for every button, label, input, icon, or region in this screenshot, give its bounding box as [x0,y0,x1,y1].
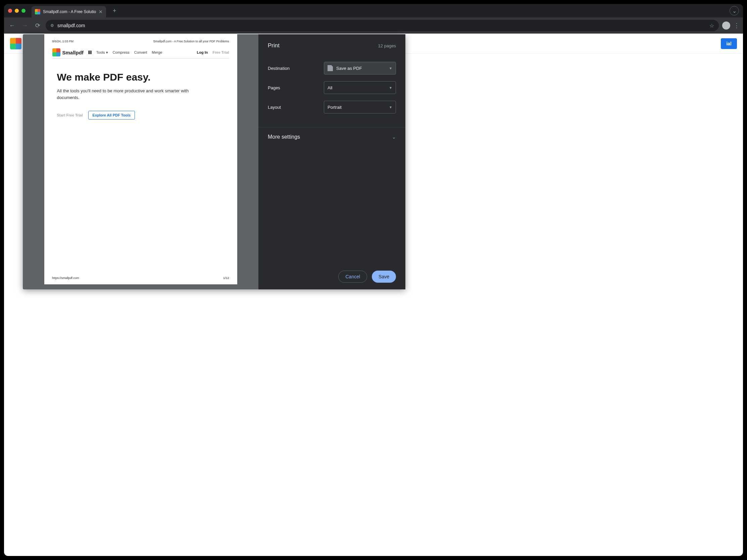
preview-nav-merge: Merge [152,50,162,54]
more-settings-label: More settings [268,134,300,140]
print-settings-pane: Print 12 pages Destination Save as PDF ▼… [258,34,405,289]
chevron-down-icon: ▼ [389,105,392,109]
reload-button[interactable]: ⟳ [33,22,42,29]
preview-nav-convert: Convert [134,50,147,54]
cancel-button[interactable]: Cancel [338,271,367,283]
document-icon [328,65,333,71]
preview-sub: All the tools you'll need to be more pro… [57,87,205,101]
print-row-pages: Pages All ▼ [268,81,396,94]
chevron-down-icon: ⌄ [392,134,396,140]
bg-logo-icon [10,38,22,49]
save-button[interactable]: Save [372,271,396,283]
print-page-count: 12 pages [378,43,396,48]
preview-footer-page: 1/12 [223,276,229,280]
preview-cta-explore: Explore All PDF Tools [88,111,135,120]
destination-select[interactable]: Save as PDF ▼ [324,62,396,75]
browser-toolbar: ← → ⟳ ⚙ smallpdf.com ☆ ⋮ [4,18,427,33]
print-preview-pane: 8/6/24, 1:03 PM Smallpdf.com - A Free So… [23,34,258,289]
preview-page: 8/6/24, 1:03 PM Smallpdf.com - A Free So… [44,34,237,284]
preview-header-title: Smallpdf.com - A Free Solution to all yo… [153,40,229,43]
preview-logo-icon [52,48,60,56]
preview-nav-login: Log In [197,50,208,54]
layout-select[interactable]: Portrait ▼ [324,101,396,113]
window-controls [8,9,26,13]
pages-select[interactable]: All ▼ [324,81,396,94]
print-row-destination: Destination Save as PDF ▼ [268,62,396,75]
chevron-down-icon: ▼ [389,86,392,90]
preview-footer-url: https://smallpdf.com [52,276,79,280]
layout-label: Layout [268,105,281,110]
preview-h1: We make PDF easy. [57,72,225,83]
forward-button[interactable]: → [20,22,29,29]
preview-nav-compress: Compress [113,50,130,54]
tab-title: Smallpdf.com - A Free Solutio [43,9,96,14]
titlebar: Smallpdf.com - A Free Solutio ✕ + ⌄ [4,4,427,18]
preview-timestamp: 8/6/24, 1:03 PM [52,40,74,43]
site-settings-icon[interactable]: ⚙ [50,23,54,28]
apps-icon [88,51,92,54]
preview-nav: Smallpdf Tools ▾ Compress Convert Merge … [52,46,229,59]
pages-label: Pages [268,85,280,90]
fullscreen-window-icon[interactable] [22,9,26,13]
preview-nav-freetrial: Free Trial [213,50,229,54]
print-row-layout: Layout Portrait ▼ [268,101,396,113]
browser-tab[interactable]: Smallpdf.com - A Free Solutio ✕ [31,6,106,18]
browser-window: Smallpdf.com - A Free Solutio ✕ + ⌄ ← → … [4,4,427,320]
preview-hero: We make PDF easy. All the tools you'll n… [52,72,229,120]
print-title: Print [268,42,280,49]
destination-label: Destination [268,66,290,71]
favicon-icon [35,9,40,15]
minimize-window-icon[interactable] [15,9,19,13]
print-dialog: 8/6/24, 1:03 PM Smallpdf.com - A Free So… [23,34,405,289]
close-window-icon[interactable] [8,9,12,13]
more-settings-toggle[interactable]: More settings ⌄ [258,127,405,147]
address-bar[interactable]: ⚙ smallpdf.com ☆ [46,20,427,31]
new-tab-button[interactable]: + [113,7,117,15]
preview-nav-tools: Tools ▾ [96,50,108,55]
preview-logo: Smallpdf [52,48,83,56]
url-text: smallpdf.com [57,23,85,28]
back-button[interactable]: ← [7,22,17,29]
close-tab-icon[interactable]: ✕ [99,9,103,15]
preview-cta-start: Start Free Trial [57,113,83,117]
chevron-down-icon: ▼ [389,67,392,70]
